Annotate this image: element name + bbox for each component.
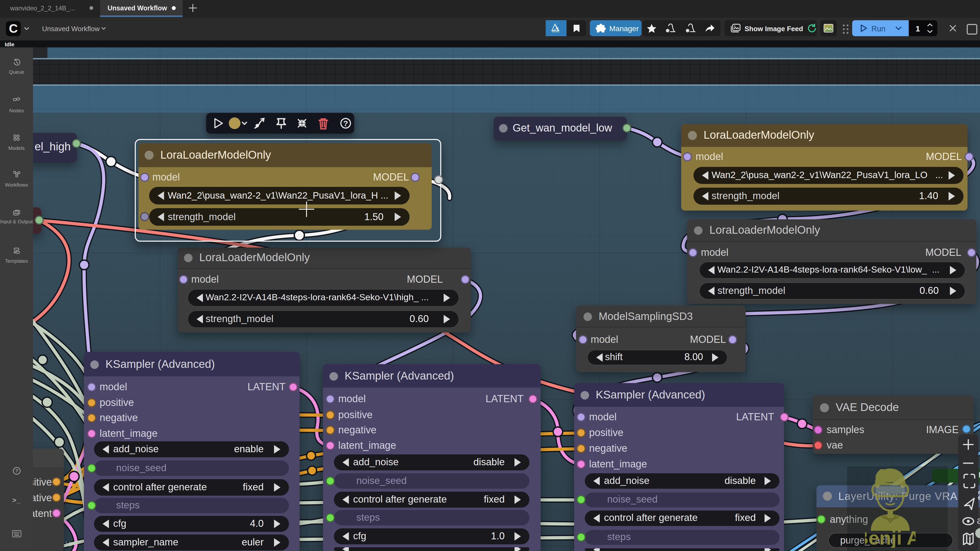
svg-text:?: ?: [343, 119, 348, 128]
svg-text:?: ?: [16, 468, 18, 473]
svg-text:Benji AI: Benji AI: [865, 527, 916, 548]
